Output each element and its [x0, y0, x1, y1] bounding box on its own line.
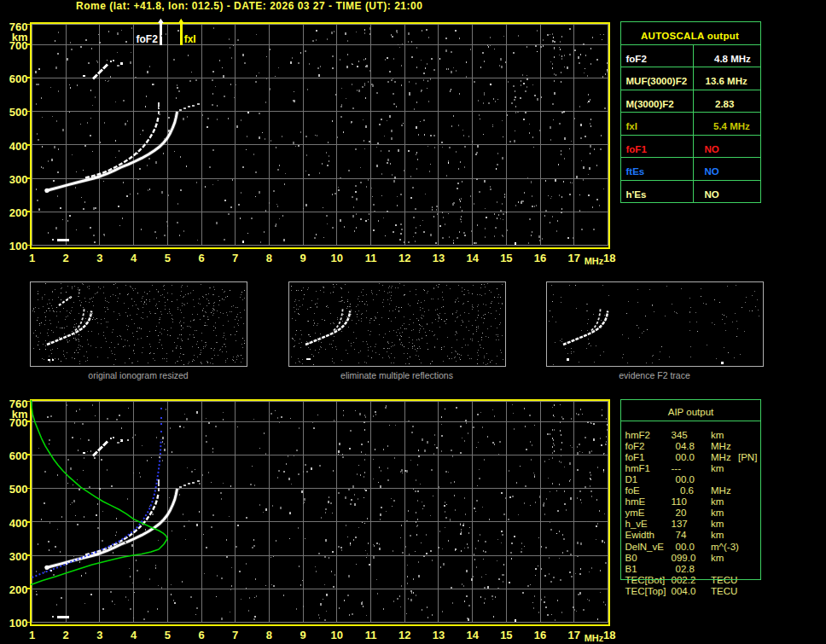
- svg-text:D1: D1: [625, 474, 638, 484]
- svg-text:foF1: foF1: [625, 452, 645, 462]
- svg-text:2: 2: [63, 252, 69, 264]
- svg-text:11: 11: [365, 252, 377, 264]
- svg-text:2: 2: [63, 629, 69, 641]
- svg-text:18: 18: [603, 252, 615, 264]
- svg-text:7: 7: [232, 252, 238, 264]
- svg-text:13.6 MHz: 13.6 MHz: [706, 76, 747, 86]
- svg-text:hmF1: hmF1: [625, 463, 650, 473]
- svg-text:13: 13: [433, 629, 445, 641]
- svg-text:M(3000)F2: M(3000)F2: [626, 99, 674, 109]
- svg-text:TEC[Top]: TEC[Top]: [625, 586, 666, 596]
- svg-text:B0: B0: [625, 553, 637, 563]
- svg-text:600: 600: [9, 73, 28, 85]
- svg-text:600: 600: [9, 450, 28, 462]
- svg-text:15: 15: [500, 629, 512, 641]
- svg-text:foF2: foF2: [626, 54, 647, 64]
- svg-text:km: km: [711, 496, 724, 507]
- svg-text:200: 200: [9, 583, 28, 596]
- svg-text:300: 300: [9, 173, 28, 186]
- svg-text:500: 500: [9, 483, 28, 496]
- svg-text:10: 10: [331, 629, 343, 641]
- svg-text:foF2: foF2: [137, 33, 159, 45]
- svg-text:004.0: 004.0: [672, 586, 696, 596]
- svg-text:5: 5: [165, 252, 171, 264]
- svg-text:17: 17: [568, 629, 580, 641]
- svg-text:fxI: fxI: [184, 33, 196, 45]
- svg-text:NO: NO: [705, 144, 719, 154]
- svg-text:TECU: TECU: [711, 575, 737, 585]
- svg-text:h'Es: h'Es: [626, 189, 647, 200]
- svg-text:4: 4: [131, 629, 137, 641]
- svg-text:04.8: 04.8: [676, 441, 695, 451]
- svg-text:km: km: [711, 463, 724, 473]
- svg-text:MUF(3000)F2: MUF(3000)F2: [626, 76, 688, 86]
- svg-text:foF1: foF1: [626, 144, 648, 154]
- svg-text:400: 400: [9, 517, 28, 530]
- svg-text:15: 15: [500, 252, 512, 264]
- svg-text:11: 11: [365, 629, 377, 641]
- svg-text:7: 7: [232, 629, 238, 641]
- svg-text:2.83: 2.83: [715, 99, 734, 109]
- svg-text:m^(-3): m^(-3): [711, 542, 739, 552]
- svg-text:TECU: TECU: [711, 586, 737, 596]
- svg-text:00.0: 00.0: [676, 474, 695, 484]
- svg-text:NO: NO: [705, 166, 719, 177]
- svg-text:20: 20: [676, 508, 687, 518]
- svg-text:ymE: ymE: [625, 508, 645, 518]
- svg-text:10: 10: [331, 252, 343, 264]
- svg-text:B1: B1: [625, 564, 637, 574]
- svg-text:evidence F2 trace: evidence F2 trace: [619, 370, 690, 380]
- svg-text:8: 8: [266, 629, 272, 641]
- svg-text:00.0: 00.0: [676, 542, 695, 552]
- svg-text:4.8 MHz: 4.8 MHz: [714, 54, 751, 64]
- svg-text:16: 16: [534, 252, 546, 264]
- svg-text:eliminate multiple reflections: eliminate multiple reflections: [340, 370, 453, 380]
- svg-text:700: 700: [9, 39, 28, 52]
- svg-text:4: 4: [131, 252, 137, 264]
- svg-text:100: 100: [9, 240, 28, 252]
- svg-text:foE: foE: [625, 485, 641, 496]
- svg-text:400: 400: [9, 140, 28, 153]
- svg-text:700: 700: [9, 416, 28, 429]
- svg-text:km: km: [711, 430, 724, 440]
- svg-text:8: 8: [266, 252, 272, 264]
- svg-text:fxI: fxI: [626, 121, 637, 131]
- svg-text:110: 110: [672, 496, 687, 507]
- svg-text:TEC[Bot]: TEC[Bot]: [625, 575, 666, 585]
- svg-text:[PN]: [PN]: [738, 452, 757, 462]
- svg-text:AUTOSCALA output: AUTOSCALA output: [641, 31, 739, 41]
- svg-text:5: 5: [165, 629, 171, 641]
- svg-text:km: km: [711, 519, 724, 529]
- svg-text:18: 18: [603, 629, 615, 641]
- svg-text:137: 137: [672, 519, 688, 529]
- svg-text:NO: NO: [705, 189, 719, 200]
- svg-text:02.8: 02.8: [676, 564, 695, 574]
- svg-text:300: 300: [9, 550, 28, 563]
- svg-text:5.4 MHz: 5.4 MHz: [713, 121, 750, 131]
- svg-text:MHz: MHz: [711, 485, 731, 496]
- svg-text:km: km: [711, 530, 724, 540]
- svg-text:002.2: 002.2: [672, 575, 696, 585]
- svg-text:km: km: [711, 508, 724, 518]
- svg-text:foF2: foF2: [625, 441, 645, 451]
- svg-text:km: km: [711, 553, 724, 563]
- svg-text:345: 345: [672, 430, 688, 440]
- svg-text:200: 200: [9, 206, 28, 219]
- svg-text:6: 6: [198, 629, 204, 641]
- svg-text:14: 14: [466, 629, 479, 641]
- svg-text:9: 9: [300, 629, 306, 641]
- svg-text:500: 500: [9, 106, 28, 119]
- svg-text:9: 9: [300, 252, 306, 264]
- svg-text:MHz: MHz: [585, 256, 604, 266]
- svg-text:MHz: MHz: [711, 452, 731, 462]
- svg-text:16: 16: [534, 629, 546, 641]
- svg-text:0.6: 0.6: [680, 485, 694, 496]
- svg-text:00.0: 00.0: [676, 452, 695, 462]
- svg-text:12: 12: [398, 629, 410, 641]
- svg-text:DelN_vE: DelN_vE: [625, 542, 665, 552]
- svg-text:---: ---: [672, 463, 682, 473]
- svg-text:hmF2: hmF2: [625, 430, 650, 440]
- svg-text:6: 6: [198, 252, 204, 264]
- svg-text:13: 13: [433, 252, 445, 264]
- svg-text:Rome (lat: +41.8, lon: 012.5): Rome (lat: +41.8, lon: 012.5) - DATE: 20…: [76, 0, 422, 12]
